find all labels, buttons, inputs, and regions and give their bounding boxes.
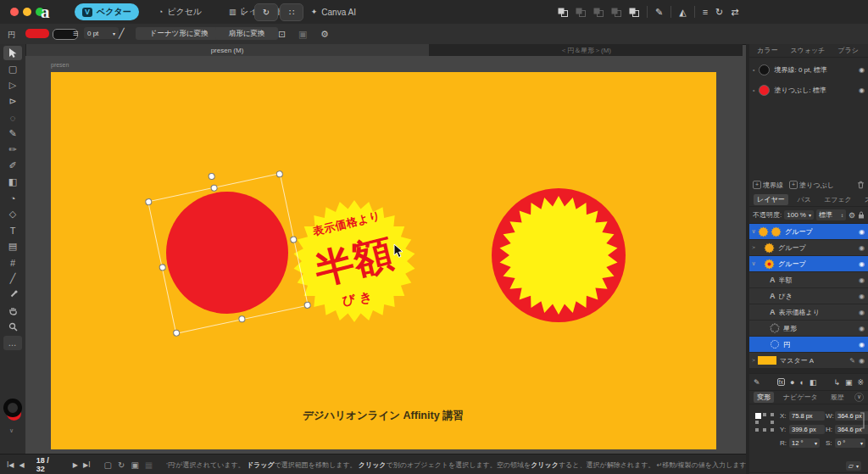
- next-page-button[interactable]: ▶: [73, 461, 78, 469]
- transform-panel-chevron-icon[interactable]: ∨: [854, 393, 864, 402]
- layer-visibility-icon[interactable]: ◉: [859, 293, 865, 300]
- transform-tab-履歴[interactable]: 履歴: [827, 392, 848, 403]
- minimize-window-button[interactable]: [23, 8, 31, 16]
- vector-crop-tool[interactable]: #: [3, 255, 22, 270]
- persona-tab-ベクター[interactable]: Vベクター: [75, 3, 139, 20]
- insert-inside-icon[interactable]: ↳: [833, 378, 840, 387]
- visibility-eye-icon[interactable]: ◉: [859, 66, 865, 74]
- more-tools-button[interactable]: …: [3, 336, 22, 350]
- appearance-row-stroke[interactable]: • 境界線: 0 pt, 標準 ◉: [753, 63, 865, 76]
- new-group-icon[interactable]: ▣: [845, 378, 853, 387]
- artboard-footer-text[interactable]: デジハリオンライン Affinity 講習: [256, 409, 510, 423]
- transform-tab-ナビゲータ[interactable]: ナビゲータ: [780, 392, 821, 403]
- boolean-combine-icon[interactable]: [629, 8, 639, 17]
- lock-icon[interactable]: [858, 211, 865, 219]
- visibility-eye-icon[interactable]: ◉: [859, 86, 865, 94]
- layer-visibility-icon[interactable]: ◉: [859, 244, 865, 252]
- mask-layer-icon[interactable]: ●: [790, 378, 794, 387]
- place-image-tool[interactable]: ▤: [3, 239, 22, 254]
- last-page-button[interactable]: ▶Ⅰ: [83, 461, 91, 469]
- view-hand-tool[interactable]: [3, 304, 22, 318]
- layer-expand-chevron[interactable]: ∨: [749, 260, 758, 267]
- pages-icon[interactable]: ▣: [131, 460, 138, 470]
- layer-expand-chevron[interactable]: ＞: [749, 243, 758, 252]
- contour-tool[interactable]: ⊳: [3, 94, 22, 109]
- appearance-tab-スウォッチ[interactable]: スウォッチ: [787, 45, 828, 56]
- style-picker-tool[interactable]: ╱: [3, 271, 22, 286]
- flip-horizontal-icon[interactable]: ◭: [679, 7, 686, 18]
- layer-visibility-icon[interactable]: ◉: [859, 357, 865, 365]
- artboard-label[interactable]: presen: [51, 62, 69, 68]
- transform-objects-icon[interactable]: ▣: [298, 29, 307, 40]
- layer-visibility-icon[interactable]: ◉: [859, 276, 865, 284]
- layer-row-半額[interactable]: A半額◉: [749, 272, 868, 287]
- anchor-point-selector[interactable]: [755, 413, 774, 432]
- transform-field-x[interactable]: 75.8 px: [789, 411, 825, 421]
- layer-expand-chevron[interactable]: ＞: [749, 356, 758, 365]
- corner-tool[interactable]: ◌: [3, 110, 22, 125]
- persona-tab-ピクセル[interactable]: ◔ピクセル: [151, 3, 209, 20]
- stroke-style-icon[interactable]: ╱: [119, 28, 125, 39]
- convert-to-pie-button[interactable]: 扇形に変換: [215, 27, 278, 40]
- layer-row-表示価格より[interactable]: A表示価格より◉: [749, 304, 868, 320]
- insert-target-icon[interactable]: ⊡: [278, 29, 286, 40]
- layer-visibility-icon[interactable]: ◉: [859, 325, 865, 332]
- alignment-icon[interactable]: ≡: [703, 7, 708, 17]
- sync-account-button[interactable]: ↻: [254, 3, 278, 21]
- layer-visibility-icon[interactable]: ◉: [859, 341, 865, 349]
- pen-tool[interactable]: ✎: [3, 126, 22, 141]
- prev-page-button[interactable]: ◀: [19, 461, 25, 469]
- stroke-color-well[interactable]: [3, 399, 22, 417]
- link-dimensions-icon[interactable]: [859, 411, 865, 430]
- color-picker-tool[interactable]: [3, 287, 22, 302]
- persona-tab-Canva AI[interactable]: ✦Canva AI: [303, 5, 364, 20]
- appearance-row-fill[interactable]: • 塗りつぶし: 標準 ◉: [753, 83, 865, 97]
- transform-field-s[interactable]: 0 °▾: [835, 438, 865, 448]
- layer-row-円[interactable]: 円◉: [749, 337, 868, 352]
- preview-mode-icon[interactable]: ▢: [104, 460, 112, 470]
- layer-row-マスター A[interactable]: ＞マスター A✎◉: [749, 353, 868, 368]
- layers-tab-スタイル[interactable]: スタイル: [861, 194, 868, 205]
- close-window-button[interactable]: [10, 8, 19, 16]
- fill-layer-icon[interactable]: ◧: [810, 378, 817, 387]
- swap-colors-chevron[interactable]: ∨: [9, 427, 14, 434]
- fill-color-swatch[interactable]: [25, 29, 49, 38]
- expand-dot-icon[interactable]: •: [753, 67, 754, 73]
- blend-mode-dropdown[interactable]: 標準↕: [816, 209, 846, 220]
- layer-expand-chevron[interactable]: ∨: [749, 228, 758, 235]
- style-transfer-icon[interactable]: ✎: [655, 7, 663, 18]
- boolean-intersect-icon[interactable]: [593, 8, 604, 17]
- layers-tab-レイヤー[interactable]: レイヤー: [754, 194, 788, 205]
- layer-row-びき[interactable]: Aびき◉: [749, 288, 868, 304]
- document-tab-presen[interactable]: presen (M): [25, 44, 429, 56]
- stroke-width-input[interactable]: 0 pt▾: [84, 27, 119, 39]
- appearance-tab-ブラシ[interactable]: ブラシ: [834, 45, 862, 56]
- convert-to-donut-button[interactable]: ドーナツ形に変換: [136, 27, 222, 40]
- insert-behind-icon[interactable]: ⇄: [731, 7, 738, 18]
- pencil-tool[interactable]: ✏: [3, 142, 22, 157]
- boolean-subtract-icon[interactable]: [576, 8, 586, 17]
- fill-stroke-selector[interactable]: [3, 399, 23, 424]
- add-stroke-button[interactable]: +境界線: [753, 181, 783, 190]
- master-edit-pencil-icon[interactable]: ✎: [849, 357, 855, 365]
- canva-apps-button[interactable]: ∷: [280, 3, 303, 21]
- artboard-tool[interactable]: ▢: [3, 62, 22, 76]
- selection-bounding-box[interactable]: [147, 173, 309, 334]
- boolean-divide-icon[interactable]: [611, 8, 621, 17]
- layer-row-星形[interactable]: 星形◉: [749, 321, 868, 336]
- layer-row-グループ[interactable]: ∨グループ◉: [749, 224, 868, 239]
- layer-row-グループ[interactable]: ＞グループ◉: [749, 240, 868, 255]
- persona-overflow-menu[interactable]: ⋮: [239, 6, 248, 17]
- rotate-icon[interactable]: ↻: [715, 7, 723, 18]
- document-tab-secondary[interactable]: ＜円＆星形＞(M): [429, 44, 743, 56]
- edit-all-layers-icon[interactable]: ✎: [754, 378, 760, 387]
- shear-dropdown[interactable]: ▱▾: [846, 461, 861, 471]
- layers-tab-パス[interactable]: パス: [794, 194, 815, 205]
- expand-dot-icon[interactable]: •: [753, 87, 754, 93]
- selection-handle[interactable]: [159, 264, 166, 271]
- boolean-add-icon[interactable]: [558, 8, 568, 17]
- layer-visibility-icon[interactable]: ◉: [859, 309, 865, 316]
- adjustment-layer-icon[interactable]: ◐: [799, 378, 804, 387]
- blend-options-gear-icon[interactable]: ⚙: [849, 211, 855, 220]
- add-fill-button[interactable]: +塗りつぶし: [789, 181, 834, 190]
